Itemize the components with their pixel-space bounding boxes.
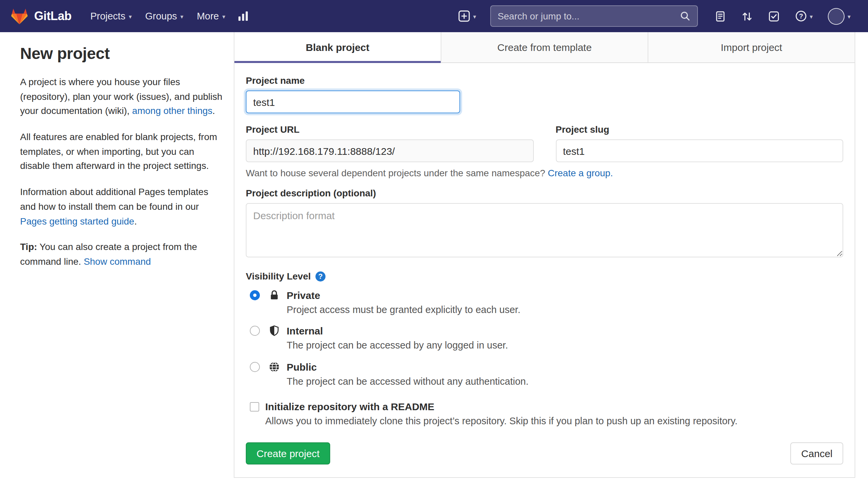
sidebar-tip: Tip: You can also create a project from … <box>20 240 223 269</box>
cancel-button[interactable]: Cancel <box>791 442 843 465</box>
bar-chart-icon <box>237 10 249 22</box>
project-slug-input[interactable] <box>555 139 843 162</box>
globe-icon <box>269 361 280 372</box>
navbar-right-cluster: ▾ <box>453 4 856 29</box>
merge-requests-button[interactable] <box>736 7 758 26</box>
namespace-hint: Want to house several dependent projects… <box>246 168 843 178</box>
plus-square-icon <box>458 10 470 22</box>
option-description: Project access must be granted explicitl… <box>287 303 520 317</box>
paragraph-text: Information about additional Pages templ… <box>20 186 208 212</box>
tab-label: Create from template <box>497 42 592 53</box>
readme-description: Allows you to immediately clone this pro… <box>265 414 737 428</box>
page-title: New project <box>20 44 223 63</box>
project-name-input[interactable] <box>246 90 460 113</box>
project-name-group: Project name <box>246 75 843 113</box>
project-description-group: Project description (optional) <box>246 188 843 260</box>
readme-text: Initialize repository with a README Allo… <box>265 399 737 428</box>
search-input[interactable] <box>497 11 680 21</box>
option-text: Internal The project can be accessed by … <box>287 324 508 353</box>
help-menu-button[interactable]: ? ▾ <box>790 6 818 26</box>
internal-radio[interactable] <box>250 326 260 336</box>
create-project-button[interactable]: Create project <box>246 442 330 465</box>
issues-button[interactable] <box>709 7 731 26</box>
option-description: The project can be accessed without any … <box>287 374 528 388</box>
visibility-option-private[interactable]: Private Project access must be granted e… <box>250 288 843 317</box>
chevron-down-icon: ▾ <box>810 14 813 20</box>
project-url-label: Project URL <box>246 124 533 135</box>
url-slug-row: Project URL Project slug <box>246 124 843 162</box>
among-other-things-link[interactable]: among other things <box>132 105 213 116</box>
nav-menu-projects[interactable]: Projects ▾ <box>84 7 139 25</box>
project-description-textarea[interactable] <box>246 203 843 257</box>
tab-import-project[interactable]: Import project <box>648 32 855 62</box>
sidebar-paragraph-2: All features are enabled for blank proje… <box>20 130 223 174</box>
project-name-label: Project name <box>246 75 843 86</box>
help-icon: ? <box>795 10 807 22</box>
analytics-button[interactable] <box>232 6 255 26</box>
global-search-box <box>490 5 698 27</box>
tab-blank-project[interactable]: Blank project <box>234 32 441 62</box>
search-icon <box>680 11 691 21</box>
project-url-group: Project URL <box>246 124 533 162</box>
visibility-level-label: Visibility Level <box>246 271 311 282</box>
tab-label: Import project <box>721 42 782 53</box>
user-menu-button[interactable]: ▾ <box>823 4 856 29</box>
blank-project-form: Project name Project URL Project slug Wa… <box>234 63 855 477</box>
top-navbar: GitLab Projects ▾ Groups ▾ More ▾ <box>0 0 868 32</box>
show-command-link[interactable]: Show command <box>84 256 151 267</box>
form-actions: Create project Cancel <box>246 442 843 465</box>
nav-more-label: More <box>197 11 219 21</box>
new-project-sidebar: New project A project is where you house… <box>0 32 234 281</box>
option-name: Public <box>287 360 528 374</box>
todos-check-icon <box>768 10 779 22</box>
lock-icon <box>269 289 280 301</box>
chevron-down-icon: ▾ <box>222 14 225 20</box>
new-menu-button[interactable]: ▾ <box>453 6 482 26</box>
private-radio[interactable] <box>250 290 260 300</box>
todos-button[interactable] <box>763 7 785 26</box>
project-slug-group: Project slug <box>555 124 843 162</box>
paragraph-text: . <box>134 215 137 226</box>
tab-label: Blank project <box>306 42 370 53</box>
project-url-input[interactable] <box>246 139 533 162</box>
readme-label: Initialize repository with a README <box>265 399 737 413</box>
nav-projects-label: Projects <box>91 11 126 21</box>
initialize-readme-option[interactable]: Initialize repository with a README Allo… <box>250 399 843 428</box>
tab-create-from-template[interactable]: Create from template <box>441 32 648 62</box>
chevron-down-icon: ▾ <box>129 14 132 20</box>
avatar <box>828 8 845 24</box>
shield-icon <box>269 326 280 337</box>
pages-guide-link[interactable]: Pages getting started guide <box>20 215 134 226</box>
sidebar-paragraph-1: A project is where you house your files … <box>20 75 223 118</box>
merge-requests-icon <box>741 10 753 22</box>
brand-wordmark: GitLab <box>34 9 72 23</box>
option-text: Private Project access must be granted e… <box>287 288 520 317</box>
create-a-group-link[interactable]: Create a group. <box>548 168 613 178</box>
chevron-down-icon: ▾ <box>180 14 184 20</box>
paragraph-text: . <box>212 105 215 116</box>
option-name: Private <box>287 288 520 302</box>
visibility-level-header: Visibility Level ? <box>246 271 843 282</box>
nav-menu-more[interactable]: More ▾ <box>190 7 232 25</box>
gitlab-new-project-page: GitLab Projects ▾ Groups ▾ More ▾ <box>0 0 868 500</box>
new-project-panel: Blank project Create from template Impor… <box>234 32 855 478</box>
nav-menu-groups[interactable]: Groups ▾ <box>138 7 190 25</box>
sidebar-paragraph-3: Information about additional Pages templ… <box>20 185 223 229</box>
project-description-label: Project description (optional) <box>246 188 843 198</box>
page-content: New project A project is where you house… <box>0 32 868 500</box>
option-description: The project can be accessed by any logge… <box>287 339 508 353</box>
gitlab-tanuki-icon <box>11 8 28 24</box>
option-name: Internal <box>287 324 508 338</box>
public-radio[interactable] <box>250 362 260 372</box>
chevron-down-icon: ▾ <box>473 14 476 20</box>
nav-groups-label: Groups <box>145 11 177 21</box>
gitlab-home-link[interactable]: GitLab <box>11 8 72 24</box>
hint-text: Want to house several dependent projects… <box>246 168 548 178</box>
visibility-option-internal[interactable]: Internal The project can be accessed by … <box>250 324 843 353</box>
svg-text:?: ? <box>799 12 803 20</box>
project-type-tabs: Blank project Create from template Impor… <box>234 32 855 63</box>
project-slug-label: Project slug <box>555 124 843 135</box>
visibility-option-public[interactable]: Public The project can be accessed witho… <box>250 360 843 388</box>
readme-checkbox[interactable] <box>250 402 259 411</box>
visibility-help-icon[interactable]: ? <box>315 271 326 281</box>
